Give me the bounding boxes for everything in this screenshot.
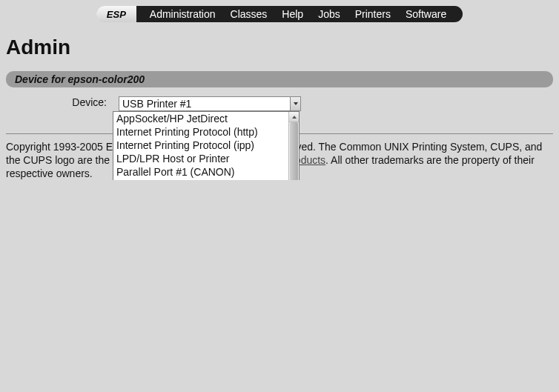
section-heading: Device for epson-color200 [6,71,553,87]
device-option[interactable]: LPD/LPR Host or Printer [113,152,288,165]
nav-link-printers[interactable]: Printers [348,8,398,20]
nav-link-jobs[interactable]: Jobs [311,8,348,20]
nav-link-classes[interactable]: Classes [223,8,275,20]
device-row: Device: USB Printer #1 AppSocket/HP JetD… [70,93,559,133]
scroll-up-icon[interactable] [289,112,299,122]
device-label: Device: [0,96,110,108]
device-dropdown[interactable]: AppSocket/HP JetDirectInternet Printing … [113,111,300,180]
top-nav: ESP AdministrationClassesHelpJobsPrinter… [0,0,559,22]
device-select[interactable]: USB Printer #1 [119,96,301,111]
brand-pill[interactable]: ESP [96,6,136,22]
device-option[interactable]: Internet Printing Protocol (http) [113,125,288,139]
device-option[interactable]: AppSocket/HP JetDirect [113,112,288,125]
scroll-thumb[interactable] [290,122,298,180]
nav-link-software[interactable]: Software [398,8,454,20]
nav-link-help[interactable]: Help [274,8,311,20]
nav-items: AdministrationClassesHelpJobsPrintersSof… [136,6,463,22]
device-option-list: AppSocket/HP JetDirectInternet Printing … [113,112,288,180]
page-title: Admin [0,22,559,65]
device-option[interactable]: Internet Printing Protocol (ipp) [113,139,288,152]
nav-link-administration[interactable]: Administration [142,8,223,20]
device-option[interactable]: Parallel Port #1 (EPSON) [113,179,288,180]
chevron-down-icon[interactable] [290,97,300,110]
device-select-value: USB Printer #1 [122,98,191,110]
scrollbar[interactable] [288,112,299,180]
device-option[interactable]: Parallel Port #1 (CANON) [113,165,288,179]
